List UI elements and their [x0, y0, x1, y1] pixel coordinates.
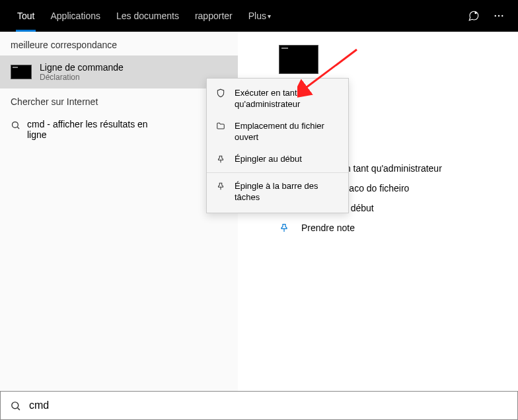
- search-icon: [11, 120, 20, 130]
- folder-icon: [216, 122, 227, 131]
- svg-point-4: [13, 122, 18, 128]
- pin-icon: [216, 155, 227, 164]
- tab-more[interactable]: Plus▾: [242, 0, 278, 32]
- pin-icon: [216, 182, 227, 191]
- svg-point-1: [495, 15, 496, 17]
- shield-icon: [216, 88, 227, 98]
- svg-point-13: [12, 402, 18, 408]
- svg-point-0: [474, 12, 476, 14]
- svg-point-2: [498, 15, 500, 17]
- chevron-down-icon: ▾: [268, 13, 271, 20]
- svg-line-14: [18, 407, 20, 409]
- web-result-cmd[interactable]: cmd - afficher les résultats en ligne: [0, 112, 238, 147]
- terminal-icon: [11, 65, 32, 79]
- action-take-note[interactable]: Prendre note: [279, 223, 518, 233]
- result-title: Ligne de commande: [40, 62, 124, 73]
- header-bar: Tout Applications Les documents rapporte…: [0, 0, 518, 32]
- search-icon: [10, 400, 21, 411]
- tab-all[interactable]: Tout: [11, 0, 41, 32]
- tab-apps[interactable]: Applications: [44, 0, 107, 32]
- result-cmd[interactable]: Ligne de commande Déclaration: [0, 55, 238, 88]
- ctx-pin-taskbar[interactable]: Épingle à la barre des tâches: [207, 176, 348, 209]
- result-subtitle: Déclaration: [40, 73, 124, 82]
- context-separator: [207, 172, 348, 173]
- ctx-pin-start[interactable]: Épingler au début: [207, 149, 348, 170]
- best-match-label: meilleure correspondance: [0, 32, 238, 55]
- svg-point-3: [501, 15, 503, 17]
- tab-report[interactable]: rapporter: [188, 0, 239, 32]
- ctx-file-location[interactable]: Emplacement du fichier ouvert: [207, 116, 348, 149]
- svg-line-5: [17, 127, 19, 129]
- web-result-text: cmd - afficher les résultats en ligne: [27, 119, 159, 140]
- pin-icon: [279, 223, 289, 233]
- header-tabs: Tout Applications Les documents rapporte…: [11, 0, 278, 32]
- context-menu: Exécuter en tant qu'administrateur Empla…: [206, 78, 349, 213]
- web-search-label: Chercher sur Internet: [0, 88, 238, 112]
- tab-documents[interactable]: Les documents: [110, 0, 186, 32]
- ctx-run-admin[interactable]: Exécuter en tant qu'administrateur: [207, 83, 348, 116]
- results-panel: meilleure correspondance Ligne de comman…: [0, 32, 238, 391]
- feedback-icon[interactable]: [468, 10, 480, 22]
- more-icon[interactable]: [493, 10, 505, 22]
- search-input[interactable]: [29, 400, 508, 411]
- search-bar[interactable]: [0, 391, 518, 420]
- terminal-icon-large: [279, 45, 318, 74]
